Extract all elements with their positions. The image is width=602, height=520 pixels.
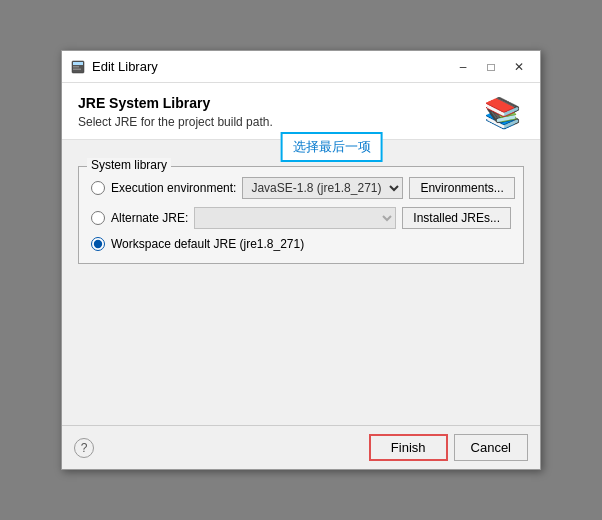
tooltip-text: 选择最后一项 <box>293 139 371 154</box>
footer: ? Finish Cancel <box>62 425 540 469</box>
title-bar-controls: – □ ✕ <box>450 57 532 77</box>
alternate-jre-radio[interactable] <box>91 211 105 225</box>
svg-rect-1 <box>73 62 83 65</box>
finish-button[interactable]: Finish <box>369 434 448 461</box>
header-text: JRE System Library Select JRE for the pr… <box>78 95 273 129</box>
cancel-button[interactable]: Cancel <box>454 434 528 461</box>
help-button[interactable]: ? <box>74 438 94 458</box>
books-icon: 📚 <box>484 96 521 129</box>
footer-buttons: Finish Cancel <box>369 434 528 461</box>
tooltip-bubble: 选择最后一项 <box>281 132 383 162</box>
minimize-button[interactable]: – <box>450 57 476 77</box>
execution-env-label: Execution environment: <box>111 181 236 195</box>
window-title: Edit Library <box>92 59 450 74</box>
maximize-button[interactable]: □ <box>478 57 504 77</box>
system-library-group: System library Execution environment: Ja… <box>78 166 524 264</box>
workspace-default-row: Workspace default JRE (jre1.8_271) <box>91 237 511 251</box>
close-button[interactable]: ✕ <box>506 57 532 77</box>
alternate-jre-select[interactable] <box>194 207 396 229</box>
title-bar: Edit Library – □ ✕ <box>62 51 540 83</box>
help-icon: ? <box>81 441 88 455</box>
execution-env-radio[interactable] <box>91 181 105 195</box>
edit-library-dialog: Edit Library – □ ✕ JRE System Library Se… <box>61 50 541 470</box>
window-icon <box>70 59 86 75</box>
content-area: 选择最后一项 System library Execution environm… <box>62 140 540 425</box>
workspace-default-label: Workspace default JRE (jre1.8_271) <box>111 237 304 251</box>
group-legend: System library <box>87 158 171 172</box>
execution-env-row: Execution environment: JavaSE-1.8 (jre1.… <box>91 177 511 199</box>
svg-rect-2 <box>73 66 79 68</box>
environments-button[interactable]: Environments... <box>409 177 514 199</box>
svg-rect-3 <box>73 68 81 70</box>
alternate-jre-label: Alternate JRE: <box>111 211 188 225</box>
header-subtitle: Select JRE for the project build path. <box>78 115 273 129</box>
execution-env-select[interactable]: JavaSE-1.8 (jre1.8_271) <box>242 177 403 199</box>
alternate-jre-row: Alternate JRE: Installed JREs... <box>91 207 511 229</box>
workspace-default-radio[interactable] <box>91 237 105 251</box>
installed-jres-button[interactable]: Installed JREs... <box>402 207 511 229</box>
library-icon: 📚 <box>484 95 524 131</box>
header-title: JRE System Library <box>78 95 273 111</box>
